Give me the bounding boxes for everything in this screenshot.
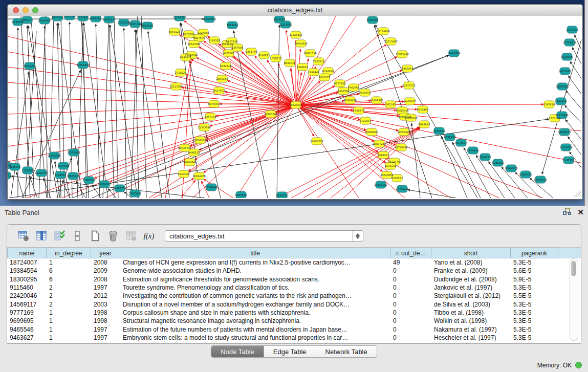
table-cell[interactable]: 9115460 [7,283,47,292]
table-cell[interactable]: 5.5E-5 [511,292,558,300]
table-cell[interactable]: Nakamura et al. (1997) [431,325,511,333]
table-cell[interactable]: 49 [390,258,431,267]
network-canvas[interactable]: 1872400786601238912954822605898275058186… [8,16,581,198]
table-cell[interactable]: 5.3E-5 [511,258,558,267]
new-table-icon[interactable] [89,229,101,243]
tab-edge-table[interactable]: Edge Table [264,346,316,357]
table-cell[interactable]: 1998 [91,317,120,325]
table-scrollbar-thumb[interactable] [571,261,576,276]
delete-table-icon[interactable] [107,229,119,243]
table-cell[interactable]: 5.3E-5 [511,283,558,292]
table-cell[interactable]: 0 [390,300,431,308]
table-cell[interactable]: de Silva et al. (2003) [431,300,511,308]
table-cell[interactable]: Structural magnetic resonance image aver… [120,317,390,325]
table-cell[interactable]: 0 [390,267,431,275]
table-cell[interactable]: 1 [47,309,91,317]
table-cell[interactable]: Jankovic et al. (1997) [431,283,511,292]
table-row[interactable]: 2242004622012Investigating the contribut… [7,292,581,300]
table-cell[interactable]: 14569117 [7,300,47,308]
table-cell[interactable]: Corpus callosum shape and size in male p… [120,309,390,317]
table-cell[interactable]: 2 [47,292,91,300]
table-cell[interactable]: 9777169 [7,309,47,317]
table-cell[interactable]: 1 [47,258,91,267]
memory-status-icon[interactable] [575,362,582,368]
table-cell[interactable]: 9465546 [7,325,47,333]
table-cell[interactable]: Hescheler et al. (1997) [431,334,511,342]
table-cell[interactable]: 5.3E-5 [511,317,558,325]
table-row[interactable]: 969969511998Structural magnetic resonanc… [7,317,581,325]
table-row[interactable]: 1456911722003Disruption of a novel membe… [7,300,581,308]
table-cell[interactable]: 1997 [91,283,120,292]
table-row[interactable]: 1830029562008Estimation of significance … [7,275,581,283]
table-cell[interactable]: 18300295 [7,275,47,283]
table-cell[interactable]: 2003 [91,300,120,308]
column-header-out_de[interactable]: △out_de… [390,248,431,258]
table-cell[interactable]: Stergiakouli et al. (2012) [431,292,511,300]
table-cell[interactable]: 1997 [91,334,120,342]
table-cell[interactable]: Franke et al. (2009) [431,267,511,275]
row-height-icon[interactable] [71,229,83,243]
table-row[interactable]: 1872400712008Changes of HCN gene express… [7,258,581,267]
table-cell[interactable]: 2 [47,283,91,292]
select-rows-icon[interactable] [53,229,66,243]
table-cell[interactable]: Wolkin et al. (1998) [431,317,511,325]
float-window-icon[interactable] [563,208,571,217]
column-header-short[interactable]: short [431,248,511,258]
table-cell[interactable]: 2008 [91,275,120,283]
table-cell[interactable]: 5.3E-5 [511,300,558,308]
table-cell[interactable]: 2012 [91,292,120,300]
table-cell[interactable]: 1997 [91,325,120,333]
table-cell[interactable]: Disruption of a novel member of a sodium… [120,300,390,308]
table-row[interactable]: 1938455462009Genome-wide association stu… [7,267,581,275]
table-cell[interactable]: Investigating the contribution of common… [120,292,390,300]
window-resize-grip[interactable] [574,190,581,197]
table-cell[interactable]: 5.3E-5 [511,309,558,317]
table-cell[interactable]: 0 [390,283,431,292]
column-header-in_degree[interactable]: in_degree [47,248,91,258]
table-cell[interactable]: 0 [390,325,431,333]
network-graph[interactable]: 1872400786601238912954822605898275058186… [8,16,581,198]
table-select-dropdown[interactable]: citations_edges.txt [165,230,363,242]
table-cell[interactable]: 1998 [91,309,120,317]
table-cell[interactable]: Embryonic stem cells: a model to study s… [120,334,390,342]
table-cell[interactable]: 5.9E-5 [511,275,558,283]
table-cell[interactable]: Yano et al. (2008) [431,258,511,267]
table-cell[interactable]: Tibbo et al. (1998) [431,309,511,317]
table-cell[interactable]: 18724007 [7,258,47,267]
table-cell[interactable]: 19384554 [7,267,47,275]
table-cell[interactable]: 9699695 [7,317,47,325]
tab-node-table[interactable]: Node Table [211,346,264,357]
table-cell[interactable]: 5.6E-5 [511,267,558,275]
column-header-year[interactable]: year [91,248,120,258]
table-cell[interactable]: 5.3E-5 [511,334,558,342]
import-table-icon[interactable] [125,229,137,243]
table-cell[interactable]: 2008 [91,258,120,267]
network-window[interactable]: citations_edges.txt 18724007866012389129… [7,4,583,200]
select-columns-icon[interactable] [35,229,48,243]
table-row[interactable]: 977716911998Corpus callosum shape and si… [7,309,581,317]
table-cell[interactable]: 9463627 [7,334,47,342]
table-cell[interactable]: 0 [390,292,431,300]
table-cell[interactable]: 6 [47,267,91,275]
table-row[interactable]: 946362711997Embryonic stem cells: a mode… [7,334,581,342]
table-cell[interactable]: 2 [47,300,91,308]
table-cell[interactable]: Estimation of significance thresholds fo… [120,275,390,283]
dropdown-stepper-icon[interactable] [352,231,363,241]
table-scrollbar[interactable] [570,258,578,341]
table-cell[interactable]: Dudbridge et al. (2008) [431,275,511,283]
column-header-title[interactable]: title [120,248,390,258]
table-cell[interactable]: 0 [390,334,431,342]
table-cell[interactable]: 2009 [91,267,120,275]
table-row[interactable]: 946554611997Estimation of the future num… [7,325,581,333]
table-cell[interactable]: 22420046 [7,292,47,300]
close-panel-icon[interactable]: ✕ [577,209,584,216]
table-cell[interactable]: 5.3E-5 [511,325,558,333]
table-cell[interactable]: Tourette syndrome. Phenomenology and cla… [120,283,390,292]
table-cell[interactable]: 0 [390,317,431,325]
table-cell[interactable]: 1 [47,334,91,342]
column-header-name[interactable]: name [7,248,47,258]
table-cell[interactable]: 1 [47,325,91,333]
table-cell[interactable]: Changes of HCN gene expression and I(f) … [120,258,390,267]
table-cell[interactable]: 6 [47,275,91,283]
table-cell[interactable]: 1 [47,317,91,325]
